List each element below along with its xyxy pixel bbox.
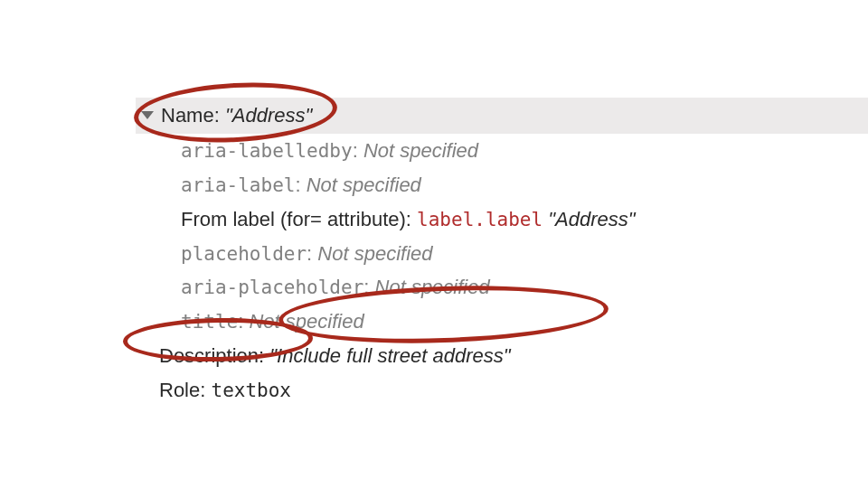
name-label: Name: [161, 101, 220, 130]
disclosure-triangle-icon[interactable] [141, 111, 154, 119]
role-value: textbox [211, 380, 291, 401]
computed-item: aria-label: Not specified [136, 168, 868, 202]
attr-value: Not specified [375, 276, 490, 298]
attr-name: placeholder [181, 243, 307, 265]
computed-item: title: Not specified [136, 305, 868, 339]
selector-class: .label [474, 209, 542, 230]
attr-value: Not specified [307, 174, 421, 196]
description-label: Description: [159, 344, 264, 367]
accessibility-panel: Name: Address aria-labelledby: Not speci… [136, 98, 868, 408]
description-row: Description: Include full street address [136, 339, 868, 373]
attr-name: aria-placeholder [181, 277, 363, 298]
attr-name: aria-label [181, 174, 295, 196]
attr-value: Not specified [363, 139, 478, 162]
name-row[interactable]: Name: Address [136, 98, 868, 134]
computed-item: aria-labelledby: Not specified [136, 134, 868, 168]
computed-item-from-label: From label (for= attribute): label.label… [136, 202, 868, 237]
attr-name: title [181, 311, 238, 333]
role-label: Role: [159, 379, 205, 401]
name-value: Address [225, 101, 312, 130]
computed-item: aria-placeholder: Not specified [136, 270, 868, 305]
description-value: Include full street address [269, 344, 510, 367]
attr-value: Not specified [317, 242, 432, 265]
role-row: Role: textbox [136, 373, 868, 408]
computed-item: placeholder: Not specified [136, 237, 868, 271]
attr-name: aria-labelledby [181, 140, 353, 162]
from-label-quoted: Address [548, 208, 635, 230]
attr-value: Not specified [249, 310, 363, 333]
from-label-prefix: From label (for= attribute): [181, 208, 411, 230]
selector-tag: label [417, 209, 474, 230]
